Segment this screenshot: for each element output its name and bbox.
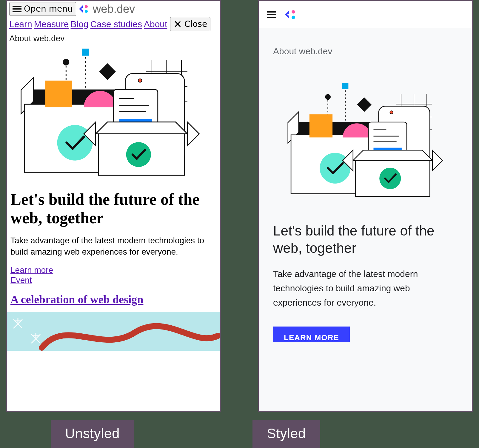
- label-unstyled: Unstyled: [51, 420, 134, 448]
- unstyled-panel: Open menu web.dev Learn Measure Blog Cas…: [6, 0, 221, 412]
- svg-point-35: [325, 94, 331, 100]
- styled-panel: About web.dev: [258, 0, 473, 412]
- svg-point-32: [292, 16, 295, 19]
- svg-point-29: [126, 142, 151, 167]
- nav-blog[interactable]: Blog: [70, 19, 88, 29]
- svg-rect-37: [357, 97, 372, 112]
- event-hero-image: [7, 312, 220, 351]
- label-styled: Styled: [252, 420, 320, 448]
- svg-point-45: [390, 111, 393, 114]
- svg-rect-49: [309, 114, 332, 137]
- brand-name: web.dev: [93, 3, 135, 16]
- unstyled-eyebrow: About web.dev: [7, 33, 220, 44]
- webdev-logo: [78, 4, 90, 14]
- unstyled-header: Open menu web.dev: [7, 1, 220, 16]
- nav-measure[interactable]: Measure: [34, 19, 69, 29]
- webdev-logo[interactable]: [284, 9, 298, 21]
- svg-point-4: [63, 59, 69, 66]
- svg-marker-27: [187, 122, 199, 146]
- unstyled-nav: Learn Measure Blog Case studies About ✕ …: [7, 16, 220, 33]
- learn-more-button[interactable]: LEARN MORE: [273, 327, 350, 342]
- styled-body: About web.dev: [259, 28, 472, 343]
- hero-illustration-styled: [273, 68, 458, 212]
- nav-learn[interactable]: Learn: [9, 19, 32, 29]
- hamburger-icon: [13, 4, 21, 14]
- learn-more-link[interactable]: Learn more: [10, 265, 216, 275]
- close-icon: ✕: [173, 19, 182, 29]
- unstyled-h1: Let's build the future of the web, toget…: [7, 183, 220, 231]
- svg-point-31: [292, 10, 295, 14]
- open-menu-button[interactable]: Open menu: [9, 2, 76, 16]
- celebration-link[interactable]: A celebration of web design: [10, 293, 143, 306]
- svg-rect-33: [342, 83, 349, 89]
- nav-case-studies[interactable]: Case studies: [90, 19, 142, 29]
- styled-header: [259, 1, 472, 28]
- styled-h1: Let's build the future of the web, toget…: [273, 222, 458, 257]
- svg-marker-56: [353, 150, 432, 160]
- close-label: Close: [184, 20, 207, 28]
- hamburger-icon[interactable]: [267, 10, 276, 19]
- svg-marker-25: [96, 122, 187, 134]
- svg-rect-18: [45, 81, 72, 107]
- nav-about[interactable]: About: [144, 19, 167, 29]
- hero-illustration-unstyled: [7, 44, 220, 182]
- styled-eyebrow: About web.dev: [273, 46, 458, 56]
- styled-p: Take advantage of the latest modern tech…: [273, 267, 458, 310]
- svg-point-0: [85, 5, 88, 8]
- svg-point-1: [85, 10, 88, 13]
- unstyled-p: Take advantage of the latest modern tech…: [7, 231, 220, 260]
- svg-rect-6: [99, 63, 116, 80]
- open-menu-label: Open menu: [24, 5, 73, 13]
- svg-point-14: [138, 79, 142, 82]
- svg-marker-58: [432, 150, 443, 171]
- svg-rect-2: [82, 49, 89, 56]
- unstyled-h2: A celebration of web design: [7, 286, 220, 309]
- svg-point-60: [379, 168, 401, 189]
- unstyled-link-list: Learn more Event: [7, 260, 220, 285]
- event-link[interactable]: Event: [10, 275, 216, 285]
- close-button[interactable]: ✕ Close: [170, 17, 210, 31]
